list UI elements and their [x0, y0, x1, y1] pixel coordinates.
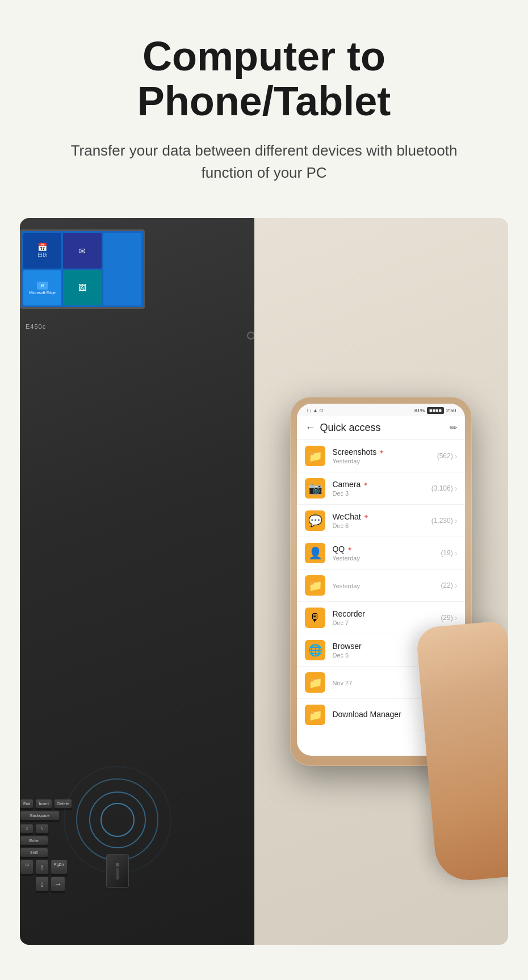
- app-header: ← Quick access ✏: [297, 416, 465, 440]
- chevron-right-icon: ›: [455, 516, 458, 525]
- file-count: (562) ›: [437, 451, 458, 460]
- file-name: QQ ✦: [332, 545, 441, 554]
- file-icon: 📁: [305, 705, 325, 725]
- file-info: QQ ✦ Yesterday: [332, 545, 441, 562]
- main-title: Computer to Phone/Tablet: [45, 34, 483, 124]
- pin-icon: ✦: [363, 513, 369, 521]
- file-date: Dec 3: [332, 490, 431, 497]
- file-date: Dec 6: [332, 522, 431, 529]
- header-section: Computer to Phone/Tablet Transfer your d…: [0, 0, 528, 207]
- pin-icon: ✦: [363, 480, 368, 488]
- file-date: Yesterday: [332, 458, 437, 464]
- usb-dongle: [106, 854, 129, 888]
- chevron-right-icon: ›: [455, 613, 458, 622]
- file-icon: 🎙: [305, 608, 325, 628]
- file-date: Dec 7: [332, 619, 441, 626]
- status-right: 81% ■■■■ 2:50: [414, 407, 456, 414]
- file-icon: 📁: [305, 446, 325, 466]
- file-name: Camera ✦: [332, 480, 431, 489]
- file-date: Yesterday: [332, 583, 441, 589]
- file-icon: 🌐: [305, 640, 325, 660]
- file-info: Yesterday: [332, 581, 441, 589]
- file-name: Screenshots ✦: [332, 447, 437, 457]
- file-count: (19) ›: [441, 548, 457, 558]
- file-icon: 📷: [305, 478, 325, 499]
- file-date: Yesterday: [332, 555, 441, 562]
- list-item[interactable]: 📁 Screenshots ✦ Yesterday (562) ›: [297, 440, 465, 472]
- file-count: (29) ›: [441, 613, 457, 622]
- file-info: WeChat ✦ Dec 6: [332, 512, 431, 529]
- back-arrow[interactable]: ←: [305, 422, 315, 434]
- file-icon: 📁: [305, 672, 325, 693]
- list-item[interactable]: 📁 Yesterday (22) ›: [297, 569, 465, 602]
- edit-icon[interactable]: ✏: [450, 422, 457, 433]
- pin-icon: ✦: [379, 448, 384, 456]
- chevron-right-icon: ›: [455, 548, 458, 558]
- file-info: Recorder Dec 7: [332, 609, 441, 626]
- file-info: Camera ✦ Dec 3: [332, 480, 431, 497]
- laptop-side: 📅 日历 ✉ e Microsoft Edge 🖼: [20, 218, 254, 945]
- file-info: Screenshots ✦ Yesterday: [332, 447, 437, 464]
- phone-side: ↑↓ ▲ ⊙ 81% ■■■■ 2:50 ← Quick access: [254, 218, 508, 945]
- list-item[interactable]: 📷 Camera ✦ Dec 3 (3,106) ›: [297, 472, 465, 505]
- image-container: 📅 日历 ✉ e Microsoft Edge 🖼: [20, 218, 508, 945]
- chevron-right-icon: ›: [455, 581, 458, 590]
- file-name: WeChat ✦: [332, 512, 431, 521]
- laptop-screen: 📅 日历 ✉ e Microsoft Edge 🖼: [20, 229, 145, 309]
- phone-wrapper: ↑↓ ▲ ⊙ 81% ■■■■ 2:50 ← Quick access: [290, 397, 472, 766]
- list-item[interactable]: 💬 WeChat ✦ Dec 6 (1,230) ›: [297, 505, 465, 537]
- file-count: (1,230) ›: [431, 516, 458, 525]
- subtitle: Transfer your data between different dev…: [45, 140, 483, 184]
- file-icon: 📁: [305, 575, 325, 596]
- chevron-right-icon: ›: [455, 484, 458, 493]
- file-count: (22) ›: [441, 581, 457, 590]
- file-icon: 💬: [305, 510, 325, 531]
- status-bar: ↑↓ ▲ ⊙ 81% ■■■■ 2:50: [297, 404, 465, 416]
- status-left: ↑↓ ▲ ⊙: [306, 408, 324, 413]
- hand-decoration: [416, 621, 508, 883]
- file-icon: 👤: [305, 543, 325, 563]
- app-title: Quick access: [320, 422, 380, 434]
- chevron-right-icon: ›: [455, 451, 458, 460]
- file-count: (3,106) ›: [431, 484, 458, 493]
- file-name: Recorder: [332, 609, 441, 618]
- list-item[interactable]: 👤 QQ ✦ Yesterday (19) ›: [297, 537, 465, 569]
- pin-icon: ✦: [347, 545, 353, 553]
